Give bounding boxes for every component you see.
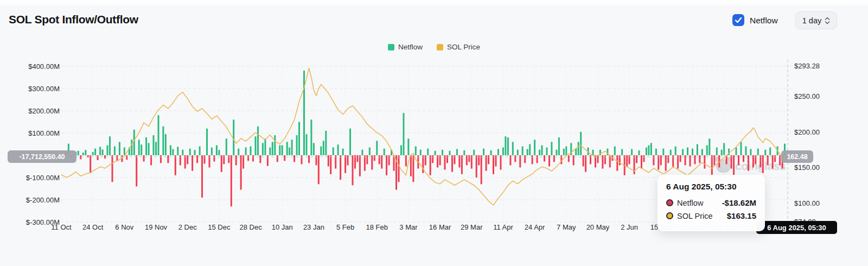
tooltip-sol-price-value: $163.15 — [727, 211, 756, 220]
svg-text:$-200.00M: $-200.00M — [26, 196, 60, 204]
svg-text:16 Mar: 16 Mar — [429, 223, 451, 231]
right-axis-crosshair-badge: 162.48 — [781, 150, 813, 163]
tooltip-netflow-label: Netflow — [677, 199, 703, 207]
svg-text:23 Jan: 23 Jan — [303, 223, 324, 231]
svg-text:10 Jan: 10 Jan — [272, 223, 293, 231]
sol-price-dot-icon — [666, 212, 673, 219]
svg-text:3 Mar: 3 Mar — [399, 223, 418, 231]
svg-text:6 Nov: 6 Nov — [115, 223, 133, 231]
svg-text:$100.00M: $100.00M — [28, 129, 60, 137]
svg-text:18 Feb: 18 Feb — [366, 223, 388, 231]
svg-text:24 Apr: 24 Apr — [525, 223, 545, 231]
svg-text:$200.00: $200.00 — [794, 128, 820, 136]
tooltip-row-sol-price: SOL Price $163.15 — [666, 211, 756, 220]
svg-text:5 Feb: 5 Feb — [336, 223, 354, 231]
svg-text:28 Dec: 28 Dec — [239, 223, 262, 231]
tooltip-netflow-value: -$18.62M — [722, 198, 756, 207]
svg-text:$100.00: $100.00 — [794, 199, 820, 207]
netflow-dot-icon — [666, 199, 673, 206]
svg-text:2 Dec: 2 Dec — [178, 223, 197, 231]
svg-text:$250.00: $250.00 — [794, 92, 820, 100]
svg-text:29 Mar: 29 Mar — [461, 223, 483, 231]
chart-tooltip: 6 Aug 2025, 05:30 Netflow -$18.62M SOL P… — [658, 175, 765, 231]
tooltip-sol-price-label: SOL Price — [677, 212, 713, 220]
svg-text:11 Oct: 11 Oct — [51, 223, 72, 231]
svg-text:7 May: 7 May — [557, 223, 576, 231]
svg-text:19 Nov: 19 Nov — [145, 223, 168, 231]
svg-text:$-100.00M: $-100.00M — [26, 174, 60, 182]
sol-spot-inflow-outflow-panel: SOL Spot Inflow/Outflow Netflow 1 day Ne… — [0, 0, 868, 266]
svg-text:2 Jun: 2 Jun — [621, 223, 638, 231]
svg-text:11 Apr: 11 Apr — [493, 223, 513, 231]
svg-text:$293.28: $293.28 — [794, 62, 820, 70]
svg-text:$200.00M: $200.00M — [28, 107, 60, 115]
svg-text:$300.00M: $300.00M — [28, 85, 60, 93]
left-axis-crosshair-badge: -17,712,550.40 — [8, 150, 76, 163]
svg-text:24 Oct: 24 Oct — [82, 223, 104, 231]
x-axis-crosshair-badge: 6 Aug 2025, 05:30 — [756, 221, 837, 234]
svg-text:20 May: 20 May — [586, 223, 610, 231]
svg-text:$150.00: $150.00 — [794, 163, 820, 172]
svg-text:$400.00M: $400.00M — [28, 62, 60, 71]
svg-text:15 Dec: 15 Dec — [208, 223, 231, 231]
tooltip-date: 6 Aug 2025, 05:30 — [666, 182, 756, 192]
tooltip-row-netflow: Netflow -$18.62M — [666, 198, 756, 207]
